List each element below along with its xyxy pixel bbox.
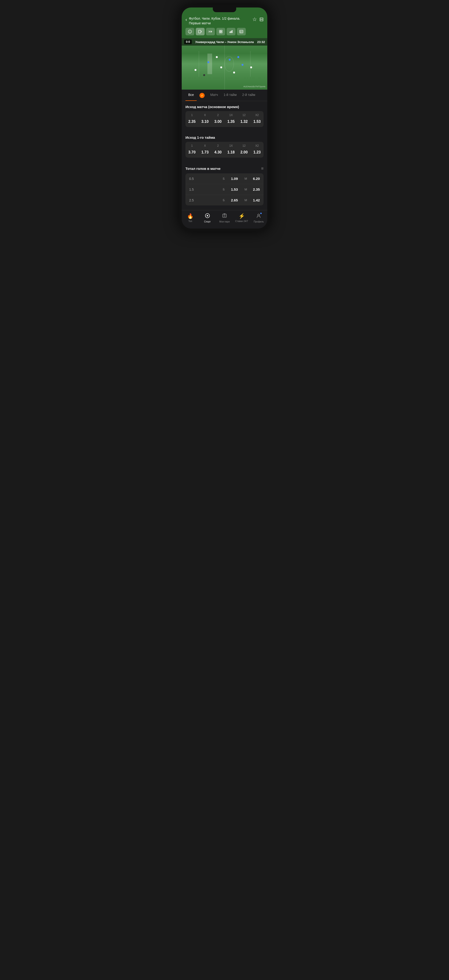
odds-x[interactable]: 3.10: [198, 119, 212, 124]
nav-bets247-label: Ставки 24/7: [235, 220, 248, 223]
odds-1x[interactable]: 1.35: [224, 119, 238, 124]
tab-all[interactable]: Все: [186, 90, 197, 101]
back-button[interactable]: ‹: [186, 17, 187, 22]
fh-odds-x2[interactable]: 1.23: [251, 150, 263, 154]
profile-icon: [256, 213, 261, 220]
total-odds-m-1[interactable]: 2.35: [248, 188, 260, 191]
tab-first-half[interactable]: 1-й тайм: [221, 90, 240, 101]
first-half-headers: 1 X 2 1X 12 X2: [186, 142, 263, 149]
svg-rect-11: [240, 30, 243, 33]
total-odds-m-0[interactable]: 6.20: [248, 177, 260, 181]
svg-point-21: [258, 214, 260, 216]
svg-rect-4: [219, 30, 221, 31]
header-1x: 1X: [224, 113, 238, 117]
total-type-m-0: М: [243, 177, 248, 180]
fh-header-1: 1: [186, 144, 198, 147]
odds-x2[interactable]: 1.53: [251, 119, 263, 124]
nav-top[interactable]: 🔥 Топ: [182, 212, 199, 224]
header-x2: X2: [251, 113, 263, 117]
toolbar-lineup-button[interactable]: [216, 28, 225, 35]
toolbar-share-button[interactable]: [206, 28, 215, 35]
total-row-1: 1.5 Б 1.53 М 2.35: [186, 184, 263, 195]
svg-point-16: [207, 215, 208, 216]
fh-odds-1[interactable]: 3.70: [186, 150, 198, 154]
flame-icon: 🔥: [187, 213, 194, 219]
fh-odds-1x[interactable]: 1.18: [224, 150, 238, 154]
svg-rect-7: [221, 32, 222, 33]
header-left: ‹ Футбол. Чили. Кубок. 1/2 финала. Первы…: [186, 16, 251, 25]
total-row-0: 0.5 Б 1.09 М 6.20: [186, 173, 263, 184]
match-result-headers: 1 X 2 1X 12 X2: [186, 111, 263, 118]
first-half-values: 3.70 1.73 4.30 1.18 2.00 1.23: [186, 149, 263, 158]
fh-odds-x[interactable]: 1.73: [198, 150, 212, 154]
settings-icon[interactable]: ⊟: [259, 16, 263, 22]
total-type-b-1: Б: [222, 188, 226, 191]
total-odds-b-1[interactable]: 1.53: [226, 188, 238, 191]
profile-dot: [260, 213, 262, 214]
svg-rect-6: [219, 32, 221, 33]
nav-sport-label: Спорт: [204, 220, 211, 223]
tab-match[interactable]: Матч: [208, 90, 221, 101]
svg-rect-8: [230, 32, 230, 33]
total-type-b-0: Б: [222, 177, 226, 180]
total-goals-section: Тотал голов в матче ≡ 0.5 Б 1.09 М 6.20 …: [182, 162, 267, 205]
total-odds-b-0[interactable]: 1.09: [226, 177, 238, 181]
bottom-nav: 🔥 Топ Спорт: [182, 210, 267, 229]
toolbar-table-button[interactable]: [237, 28, 246, 35]
svg-text:i: i: [190, 31, 190, 33]
toolbar: i: [186, 28, 263, 35]
svg-rect-10: [232, 30, 232, 33]
list-view-icon[interactable]: ≡: [261, 166, 263, 171]
first-half-title: Исход 1-го тайма: [186, 135, 263, 140]
toolbar-video-button[interactable]: [196, 28, 205, 35]
header-1: 1: [186, 113, 198, 117]
status-bar: [182, 8, 267, 14]
phone-screen: ‹ Футбол. Чили. Кубок. 1/2 финала. Первы…: [182, 8, 267, 229]
fh-odds-2[interactable]: 4.30: [211, 150, 224, 154]
svg-rect-2: [198, 30, 201, 33]
phone-wrapper: ‹ Футбол. Чили. Кубок. 1/2 финала. Первы…: [179, 5, 270, 231]
total-goals-table: 0.5 Б 1.09 М 6.20 1.5 Б 1.53 М 2.35: [186, 173, 263, 205]
match-result-table: 1 X 2 1X 12 X2 2.35 3.10 3.00 1.35 1.32 …: [186, 111, 263, 127]
total-header: Тотал голов в матче ≡: [186, 166, 263, 171]
video-time: 23:32: [257, 40, 265, 44]
video-player[interactable]: 0:0 Универсидад Чили – Унион Эспаньола 2…: [182, 38, 267, 90]
nav-profile[interactable]: Профиль: [250, 212, 267, 224]
nav-sport[interactable]: Спорт: [199, 212, 216, 224]
tabs-bar: Все ⚡ Матч 1-й тайм 2-й тайм: [182, 90, 267, 101]
header-icons: ☆ ⊟: [252, 16, 263, 22]
nav-my-bets[interactable]: Мои пари: [216, 212, 233, 224]
match-result-section: Исход матча (основное время) 1 X 2 1X 12…: [182, 101, 267, 127]
total-val-1: 1.5: [189, 188, 222, 191]
tab-second-half[interactable]: 2-й тайм: [240, 90, 258, 101]
first-half-table: 1 X 2 1X 12 X2 3.70 1.73 4.30 1.18 2.00 …: [186, 142, 263, 158]
match-result-values: 2.35 3.10 3.00 1.35 1.32 1.53: [186, 118, 263, 127]
fh-header-x: X: [198, 144, 212, 147]
tab-live[interactable]: ⚡: [197, 90, 208, 101]
total-odds-b-2[interactable]: 2.65: [226, 198, 238, 202]
odds-12[interactable]: 1.32: [238, 119, 251, 124]
video-field: [182, 38, 267, 90]
total-row-2: 2.5 Б 2.65 М 1.42: [186, 195, 263, 205]
header-top: ‹ Футбол. Чили. Кубок. 1/2 финала. Первы…: [186, 16, 263, 25]
nav-bets247[interactable]: ⚡ Ставки 24/7: [233, 212, 250, 224]
total-val-0: 0.5: [189, 177, 222, 181]
my-bets-icon: [222, 213, 227, 220]
header-12: 12: [238, 113, 251, 117]
odds-2[interactable]: 3.00: [211, 119, 224, 124]
header: ‹ Футбол. Чили. Кубок. 1/2 финала. Первы…: [182, 14, 267, 38]
favorite-icon[interactable]: ☆: [252, 16, 257, 22]
lightning-icon: ⚡: [200, 93, 205, 98]
fh-header-1x: 1X: [224, 144, 238, 147]
total-type-m-2: М: [243, 198, 248, 202]
nav-profile-label: Профиль: [254, 220, 264, 223]
odds-1[interactable]: 2.35: [186, 119, 198, 124]
match-result-title: Исход матча (основное время): [186, 105, 263, 109]
toolbar-info-button[interactable]: i: [186, 28, 194, 35]
toolbar-stats-button[interactable]: [227, 28, 235, 35]
total-odds-m-2[interactable]: 1.42: [248, 198, 260, 202]
video-score: 0:0: [184, 40, 192, 44]
fh-odds-12[interactable]: 2.00: [238, 150, 251, 154]
first-half-section: Исход 1-го тайма 1 X 2 1X 12 X2 3.70 1.7…: [182, 132, 267, 158]
profile-icon-wrap: [256, 213, 261, 220]
